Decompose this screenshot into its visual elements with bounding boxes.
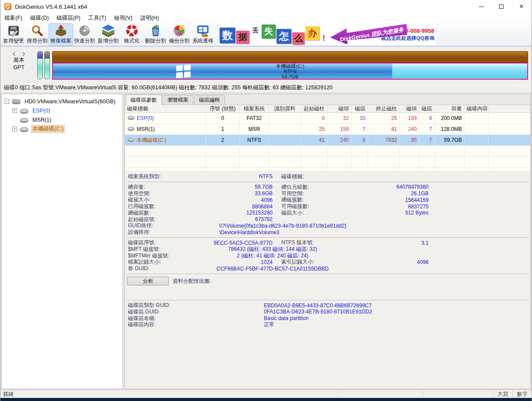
partition-bar-msr[interactable] <box>44 51 50 79</box>
partition-bar-labels: 本機磁碟(C:) NTFS 59.7GB <box>276 63 304 79</box>
tab-bar: 磁碟區參數瀏覽檔案磁區編輯 <box>125 94 530 105</box>
tab-0[interactable]: 磁碟區參數 <box>126 95 162 105</box>
column-header-ident[interactable]: 識別資料 <box>269 105 301 113</box>
toolbar-button-recover-files[interactable]: 恢復檔案 <box>49 24 73 46</box>
menu-item-4[interactable]: 檢視(V) <box>110 14 136 22</box>
toolbar-button-format[interactable]: 格式化 <box>120 24 144 46</box>
cell-empty <box>301 168 327 171</box>
partition-bar-esp[interactable] <box>37 51 43 79</box>
toolbar-button-delete-partition[interactable]: 刪除分割 <box>144 24 167 46</box>
cell-empty <box>465 146 489 157</box>
toolbar-button-apply-changes[interactable]: 套用變更 <box>2 24 25 46</box>
detail-row: 總磁區數:125153280磁區大小:512 Bytes <box>125 210 530 216</box>
cell-esec: 7 <box>419 135 435 146</box>
cell-serial: 2 <box>206 135 240 146</box>
detail-value: 26.1GB <box>338 190 429 197</box>
detail-label: 磁碟區內容: <box>128 321 194 328</box>
detail-value: EBD0A0A2-B9E5-4433-87C0-68B6B72699C7 <box>264 303 372 309</box>
detail-row: 已用磁簇數:8806884可用磁簇數:6837275 <box>125 203 530 210</box>
cell-ssec: 33 <box>351 113 368 124</box>
trash-icon <box>149 24 162 37</box>
table-row-2[interactable]: 本機磁碟(C:)2NTFS412408783295759.7GB <box>125 135 530 146</box>
cell-empty <box>435 146 465 157</box>
partition-name-label: ESP(0) <box>137 115 154 121</box>
next-disk-arrow-icon[interactable] <box>21 52 25 56</box>
detail-row: 磁碟區 GUID:0FA1C3BA-D623-4E7B-9180-8710B1E… <box>125 309 530 315</box>
disc-icon <box>78 24 91 37</box>
column-header-ssec[interactable]: 磁區 <box>351 105 368 113</box>
cell-empty <box>301 157 327 168</box>
windows-logo-icon <box>176 64 191 78</box>
tree-item-msr[interactable]: MSR(1) <box>2 115 123 124</box>
toolbar-button-backup-partition[interactable]: 備份分割 <box>167 24 191 46</box>
menu-item-2[interactable]: 磁碟區(P) <box>53 14 84 22</box>
detail-value: 1024 <box>194 259 273 265</box>
column-header-shead[interactable]: 磁頭 <box>327 105 351 113</box>
maximize-button[interactable] <box>491 0 511 13</box>
cell-content <box>465 135 489 146</box>
cell-fs: NTFS <box>240 135 269 146</box>
column-header-name[interactable]: 磁碟標籤 <box>125 105 206 113</box>
detail-value: 64078479360 <box>338 184 429 190</box>
banner-tile-6: 办 <box>305 26 319 40</box>
column-header-ecyl[interactable]: 終止磁柱 <box>368 105 400 113</box>
section-divider <box>127 237 528 238</box>
detail-value: 673792 <box>194 216 273 222</box>
tree-item-label: ESP(0) <box>31 107 51 114</box>
banner-tile-2: 丢 <box>250 25 261 36</box>
close-button[interactable]: × <box>511 0 532 13</box>
menu-item-3[interactable]: 工具(T) <box>85 14 110 22</box>
row-filler <box>489 135 530 146</box>
column-header-esec[interactable]: 磁區 <box>419 105 435 113</box>
analyze-button[interactable]: 分析 <box>127 277 169 285</box>
menu-item-5[interactable]: 說明(H) <box>136 14 163 22</box>
tree-item-esp[interactable]: +ESP(0) <box>2 106 123 115</box>
detail-value: 4096 <box>338 259 429 265</box>
section-divider <box>127 300 528 300</box>
monitor-arrow-icon <box>196 24 209 37</box>
cell-empty <box>465 157 489 168</box>
toolbar-button-search-partition[interactable]: 搜尋分割 <box>25 24 49 46</box>
column-header-ehead[interactable]: 磁頭 <box>400 105 419 113</box>
toolbar-button-new-partition[interactable]: 新增分割 <box>96 24 120 46</box>
minimize-button[interactable] <box>471 0 491 13</box>
toolbar-button-label: 備份分割 <box>169 37 190 45</box>
menu-item-0[interactable]: 檔案(F) <box>0 14 26 22</box>
tree-expander-plus-icon[interactable]: + <box>12 127 17 131</box>
table-header-filler <box>489 105 530 113</box>
cell-empty <box>368 168 400 171</box>
partition-name: 本機磁碟(C:) <box>127 137 167 144</box>
tree-item-hd0[interactable]: −HD0:VMware,VMwareVirtualS(60GB) <box>2 97 123 106</box>
cell-ecyl: 25 <box>368 113 400 124</box>
tab-2[interactable]: 磁區編輯 <box>194 95 225 105</box>
diskgenius-window: DiskGenius V5.4.6.1441 x64 × 檔案(F)磁碟(D)磁… <box>0 0 532 401</box>
cell-empty <box>206 157 240 168</box>
toolbar-button-label: 新增分割 <box>98 37 119 45</box>
column-header-scyl[interactable]: 起始磁柱 <box>301 105 327 113</box>
column-header-fs[interactable]: 檔案系統 <box>240 105 269 113</box>
tree-item-c[interactable]: +本機磁碟(C:) <box>2 124 123 134</box>
column-header-capacity[interactable]: 容量 <box>435 105 465 113</box>
cell-empty <box>400 168 419 171</box>
prev-disk-arrow-icon[interactable] <box>13 52 17 56</box>
ad-banner[interactable]: 数据丢失怎么办! DiskGenius 团队为您服务 致电: 400-008-9… <box>218 24 436 46</box>
cell-shead: 159 <box>327 124 351 135</box>
toolbar-button-system-migration[interactable]: 系統遷移 <box>191 24 215 46</box>
banner-tile-1: 据 <box>236 31 249 44</box>
banner-tile-0: 数 <box>220 28 235 43</box>
table-row-0[interactable]: ESP(0)0FAT3203233251596200.0MB <box>125 113 530 124</box>
menu-item-1[interactable]: 磁碟(D) <box>26 14 53 22</box>
row-filler <box>489 157 530 168</box>
tab-1[interactable]: 瀏覽檔案 <box>163 95 193 105</box>
column-header-serial[interactable]: 序號 (狀態) <box>206 105 240 113</box>
tree-expander-minus-icon[interactable]: − <box>4 99 9 104</box>
detail-row: 起始磁區號:673792 <box>125 216 530 223</box>
disk-header-bar[interactable] <box>52 51 528 63</box>
table-row-1[interactable]: MSR(1)1MSR251597412407128.0MB <box>125 124 530 135</box>
tree-expander-plus-icon[interactable]: + <box>12 108 17 113</box>
detail-row: $MFTMirr 磁簇號:2 (磁柱: 41 磁頭: 240 磁區: 24) <box>125 253 530 259</box>
column-header-content[interactable]: 磁碟內容 <box>465 105 489 113</box>
cell-name: MSR(1) <box>125 124 206 135</box>
partition-bar-c[interactable]: 本機磁碟(C:) NTFS 59.7GB <box>52 63 528 80</box>
toolbar-button-quick-partition[interactable]: 快速分割 <box>73 24 96 46</box>
